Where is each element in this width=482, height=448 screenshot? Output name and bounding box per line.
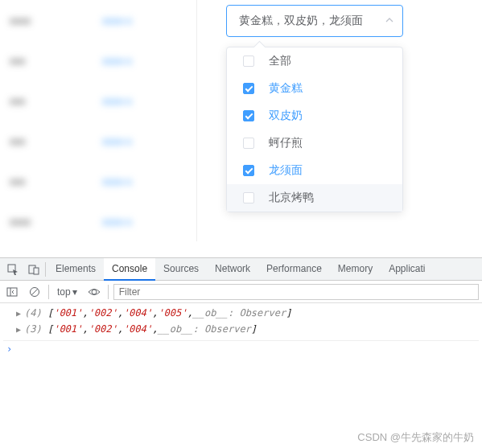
tab-performance[interactable]: Performance bbox=[258, 258, 330, 281]
option-label: 龙须面 bbox=[269, 163, 303, 178]
expand-icon[interactable]: ▶ bbox=[16, 325, 21, 334]
clear-console-icon[interactable] bbox=[26, 283, 43, 301]
console-row[interactable]: ▶(4) ['001', '002', '004', '005', __ob__… bbox=[3, 305, 479, 321]
table-col-a: xxxx xxx xxx xxx xxx xxxx bbox=[0, 0, 64, 241]
table-row: xxxx-x bbox=[93, 121, 196, 161]
divider bbox=[48, 285, 49, 299]
select-option[interactable]: 全部 bbox=[227, 47, 402, 75]
table-row: xxxx-x bbox=[93, 0, 196, 40]
table-row: xxxx-x bbox=[93, 40, 196, 80]
chevron-right-icon: › bbox=[6, 343, 12, 355]
table-row: xxxx-x bbox=[93, 161, 196, 201]
option-label: 双皮奶 bbox=[269, 109, 303, 123]
devtools-tabs: ElementsConsoleSourcesNetworkPerformance… bbox=[0, 258, 482, 281]
select-option[interactable]: 龙须面 bbox=[227, 157, 402, 184]
devtools-panel: ElementsConsoleSourcesNetworkPerformance… bbox=[0, 257, 482, 448]
console-prompt[interactable]: › bbox=[3, 340, 479, 356]
context-label: top bbox=[57, 286, 71, 298]
divider bbox=[108, 285, 109, 299]
table-row: xxx bbox=[0, 161, 64, 201]
chevron-up-icon bbox=[385, 14, 394, 27]
console-row[interactable]: ▶(3) ['001', '002', '004', __ob__: Obser… bbox=[3, 321, 479, 337]
tab-console[interactable]: Console bbox=[104, 258, 155, 281]
tab-applicati[interactable]: Applicati bbox=[381, 258, 433, 281]
select-option[interactable]: 黄金糕 bbox=[227, 75, 402, 102]
svg-point-7 bbox=[92, 290, 97, 294]
option-label: 全部 bbox=[269, 54, 291, 68]
chevron-down-icon: ▾ bbox=[72, 286, 77, 298]
select-value: 黄金糕，双皮奶，龙须面 bbox=[239, 14, 363, 28]
option-label: 蚵仔煎 bbox=[269, 136, 303, 150]
tab-elements[interactable]: Elements bbox=[47, 258, 104, 281]
tab-network[interactable]: Network bbox=[207, 258, 258, 281]
content-area: xxxx xxx xxx xxx xxx xxxx xxxx-x xxxx-x … bbox=[0, 0, 482, 257]
option-label: 北京烤鸭 bbox=[269, 191, 314, 205]
table-row: xxx bbox=[0, 40, 64, 80]
svg-rect-2 bbox=[34, 268, 39, 274]
select-dropdown: 全部黄金糕双皮奶蚵仔煎龙须面北京烤鸭 bbox=[226, 47, 403, 212]
table-row: xxxx bbox=[0, 201, 64, 241]
option-label: 黄金糕 bbox=[269, 81, 303, 96]
console-toolbar: top ▾ bbox=[0, 281, 482, 303]
checkbox-icon[interactable] bbox=[243, 192, 254, 203]
select-input[interactable]: 黄金糕，双皮奶，龙须面 bbox=[226, 5, 403, 37]
table-row: xxx bbox=[0, 121, 64, 161]
table-row: xxxx-x bbox=[93, 201, 196, 241]
table-row: xxxx bbox=[0, 0, 64, 40]
tab-memory[interactable]: Memory bbox=[330, 258, 381, 281]
live-expression-icon[interactable] bbox=[85, 283, 103, 301]
select-option[interactable]: 蚵仔煎 bbox=[227, 129, 402, 157]
svg-line-6 bbox=[31, 289, 38, 295]
tab-sources[interactable]: Sources bbox=[155, 258, 207, 281]
checkbox-icon[interactable] bbox=[243, 165, 254, 176]
checkbox-icon[interactable] bbox=[243, 55, 254, 67]
expand-icon[interactable]: ▶ bbox=[16, 309, 21, 318]
select-option[interactable]: 北京烤鸭 bbox=[227, 184, 402, 212]
checkbox-icon[interactable] bbox=[243, 138, 254, 149]
sidebar-toggle-icon[interactable] bbox=[3, 283, 21, 301]
divider bbox=[45, 262, 46, 277]
checkbox-icon[interactable] bbox=[243, 110, 254, 121]
watermark: CSDN @牛先森家的牛奶 bbox=[357, 430, 474, 445]
table-col-b: xxxx-x xxxx-x xxxx-x xxxx-x xxxx-x xxxx-… bbox=[93, 0, 197, 241]
checkbox-icon[interactable] bbox=[243, 83, 254, 94]
console-output: ▶(4) ['001', '002', '004', '005', __ob__… bbox=[0, 303, 482, 448]
inspect-element-icon[interactable] bbox=[3, 260, 23, 279]
device-toolbar-icon[interactable] bbox=[24, 260, 43, 279]
select-option[interactable]: 双皮奶 bbox=[227, 102, 402, 129]
table-row: xxxx-x bbox=[93, 80, 196, 121]
table-row: xxx bbox=[0, 80, 64, 121]
context-dropdown[interactable]: top ▾ bbox=[54, 286, 80, 298]
multi-select: 黄金糕，双皮奶，龙须面 全部黄金糕双皮奶蚵仔煎龙须面北京烤鸭 bbox=[226, 5, 403, 212]
filter-input[interactable] bbox=[113, 284, 479, 300]
